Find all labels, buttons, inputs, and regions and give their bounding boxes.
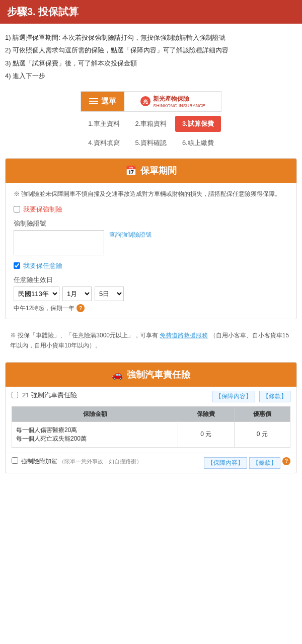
compulsory-id-row: 查詢強制險證號	[14, 230, 288, 255]
policy-period-body: ※ 強制險並未保障開車不慎自撞及交通事故造成對方車輛或財物的損失，請搭配保任意險…	[6, 183, 296, 319]
compulsory-checkbox-label[interactable]: 我要保強制險	[23, 205, 62, 214]
svg-text:光: 光	[142, 99, 148, 104]
coverage-description: 每一個人傷害醫療20萬每一個人死亡或失能200萬	[12, 421, 178, 447]
calendar-icon: 📅	[125, 165, 136, 176]
compulsory-section-title: 🚗 強制汽車責任險	[6, 363, 296, 387]
voluntary-checkbox-label[interactable]: 我要保任意險	[23, 261, 62, 270]
policy-period-title: 📅 保單期間	[6, 159, 296, 183]
coverage-table-container: 保險金額 保險費 優惠價 每一個人傷害醫療20萬每一個人死亡或失能200萬 0 …	[12, 406, 290, 448]
addon-help-icon[interactable]: ?	[282, 457, 290, 465]
hamburger-icon	[89, 98, 98, 104]
compulsory-checkbox[interactable]	[14, 206, 20, 212]
steps-row-1: 1.車主資料 2.車籍資料 3.試算保費	[81, 116, 221, 132]
step-4[interactable]: 4.資料填寫	[81, 135, 127, 151]
premium-value: 0 元	[178, 421, 234, 447]
coverage-content-link[interactable]: 【保障內容】	[212, 391, 255, 402]
step-2[interactable]: 2.車籍資料	[128, 116, 174, 132]
discount-value: 0 元	[234, 421, 290, 447]
year-select[interactable]: 民國113年	[14, 287, 59, 301]
promo-link[interactable]: 免費道路救援服務	[160, 332, 208, 339]
date-row: 民國113年 1月2月3月4月 5月6月7月8月 9月10月11月12月 1日2…	[14, 287, 288, 301]
addon-row: 強制險附加駕 （限單一意外事故，如自撞路衝） 【保障內容】 【條款】 ?	[6, 453, 296, 473]
coverage-terms-link[interactable]: 【條款】	[259, 391, 290, 402]
time-note: 中午12時起，保期一年 ?	[14, 304, 288, 313]
policy-period-card: 📅 保單期間 ※ 強制險並未保障開車不慎自撞及交通事故造成對方車輛或財物的損失，…	[5, 158, 297, 319]
instructions: 1) 請選擇保單期間: 本次若投保強制險請打勾，無投保強制險請輸入強制證號 2)…	[0, 29, 302, 86]
nav-bar: 選單 光 新光產物保險 SHINKONG INSURANCE	[81, 91, 221, 112]
month-select[interactable]: 1月2月3月4月 5月6月7月8月 9月10月11月12月	[62, 287, 92, 301]
logo-icon: 光	[140, 96, 151, 107]
day-select[interactable]: 1日2日3日4日 5日6日7日8日 9日10日	[95, 287, 124, 301]
steps-row-2: 4.資料填寫 5.資料確認 6.線上繳費	[81, 135, 221, 151]
compulsory-id-input[interactable]	[14, 230, 104, 255]
coverage-table: 保險金額 保險費 優惠價 每一個人傷害醫療20萬每一個人死亡或失能200萬 0 …	[12, 406, 290, 448]
promo-text: ※ 投保「車體險」、「任意險滿3000元以上」，可享有 免費道路救援服務 （自用…	[5, 326, 297, 355]
coverage-links: 【保障內容】 【條款】	[212, 391, 290, 402]
addon-name: 強制險附加駕 （限單一意外事故，如自撞路衝）	[21, 457, 201, 466]
effective-date-label: 任意險生效日	[14, 275, 288, 284]
compulsory-checkbox-row: 我要保強制險	[14, 205, 288, 214]
step-1[interactable]: 1.車主資料	[81, 116, 127, 132]
coverage-21-checkbox[interactable]	[12, 392, 18, 398]
addon-links: 【保障內容】 【條款】 ?	[204, 457, 290, 469]
step-3[interactable]: 3.試算保費	[175, 116, 221, 132]
menu-button[interactable]: 選單	[81, 92, 124, 111]
help-icon[interactable]: ?	[77, 304, 85, 312]
query-link[interactable]: 查詢強制險證號	[109, 230, 152, 239]
notice-text: ※ 強制險並未保障開車不慎自撞及交通事故造成對方車輛或財物的損失，請搭配保任意險…	[14, 189, 288, 199]
step-5[interactable]: 5.資料確認	[128, 135, 174, 151]
addon-terms-link[interactable]: 【條款】	[249, 457, 280, 469]
col-premium: 保險費	[178, 406, 234, 421]
voluntary-checkbox[interactable]	[14, 262, 20, 269]
steps-nav: 1.車主資料 2.車籍資料 3.試算保費 4.資料填寫 5.資料確認 6.線上繳…	[81, 116, 221, 151]
logo: 光 新光產物保險 SHINKONG INSURANCE	[124, 92, 221, 111]
car-icon: 🚗	[112, 369, 123, 380]
coverage-header-row: 21 強制汽車責任險 【保障內容】 【條款】	[6, 387, 296, 406]
addon-content-link[interactable]: 【保障內容】	[204, 457, 247, 469]
table-row: 每一個人傷害醫療20萬每一個人死亡或失能200萬 0 元 0 元	[12, 421, 290, 447]
voluntary-checkbox-row: 我要保任意險	[14, 261, 288, 270]
col-discount: 優惠價	[234, 406, 290, 421]
compulsory-id-label: 強制險證號	[14, 219, 288, 228]
step-6[interactable]: 6.線上繳費	[175, 135, 221, 151]
col-coverage: 保險金額	[12, 406, 178, 421]
step-header: 步驟3. 投保試算	[0, 0, 302, 24]
compulsory-section-card: 🚗 強制汽車責任險 21 強制汽車責任險 【保障內容】 【條款】 保險金額 保險…	[5, 362, 297, 473]
coverage-21-number: 21 強制汽車責任險	[22, 391, 208, 400]
addon-checkbox[interactable]	[12, 457, 18, 464]
